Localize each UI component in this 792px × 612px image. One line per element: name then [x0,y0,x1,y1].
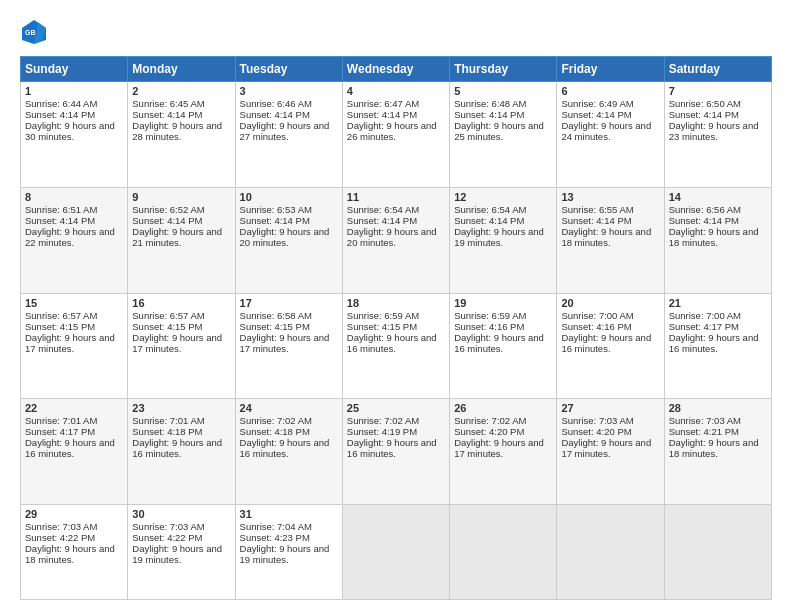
day-number: 19 [454,297,552,309]
calendar-cell: 21Sunrise: 7:00 AMSunset: 4:17 PMDayligh… [664,293,771,399]
calendar-day-header: Thursday [450,57,557,82]
calendar-cell: 13Sunrise: 6:55 AMSunset: 4:14 PMDayligh… [557,187,664,293]
day-number: 26 [454,402,552,414]
calendar-cell: 17Sunrise: 6:58 AMSunset: 4:15 PMDayligh… [235,293,342,399]
day-number: 3 [240,85,338,97]
day-number: 21 [669,297,767,309]
calendar-cell: 6Sunrise: 6:49 AMSunset: 4:14 PMDaylight… [557,82,664,188]
calendar-cell: 31Sunrise: 7:04 AMSunset: 4:23 PMDayligh… [235,505,342,600]
calendar-cell: 20Sunrise: 7:00 AMSunset: 4:16 PMDayligh… [557,293,664,399]
calendar-day-header: Monday [128,57,235,82]
day-number: 5 [454,85,552,97]
calendar-cell [450,505,557,600]
day-number: 20 [561,297,659,309]
calendar-cell: 23Sunrise: 7:01 AMSunset: 4:18 PMDayligh… [128,399,235,505]
calendar-cell: 2Sunrise: 6:45 AMSunset: 4:14 PMDaylight… [128,82,235,188]
day-number: 31 [240,508,338,520]
day-number: 7 [669,85,767,97]
calendar-cell: 30Sunrise: 7:03 AMSunset: 4:22 PMDayligh… [128,505,235,600]
calendar-week-row: 29Sunrise: 7:03 AMSunset: 4:22 PMDayligh… [21,505,772,600]
calendar-cell: 7Sunrise: 6:50 AMSunset: 4:14 PMDaylight… [664,82,771,188]
calendar-day-header: Saturday [664,57,771,82]
calendar-cell: 8Sunrise: 6:51 AMSunset: 4:14 PMDaylight… [21,187,128,293]
calendar-cell: 27Sunrise: 7:03 AMSunset: 4:20 PMDayligh… [557,399,664,505]
calendar-cell: 26Sunrise: 7:02 AMSunset: 4:20 PMDayligh… [450,399,557,505]
day-number: 10 [240,191,338,203]
calendar-cell: 19Sunrise: 6:59 AMSunset: 4:16 PMDayligh… [450,293,557,399]
day-number: 22 [25,402,123,414]
calendar-cell: 11Sunrise: 6:54 AMSunset: 4:14 PMDayligh… [342,187,449,293]
calendar-cell [342,505,449,600]
day-number: 13 [561,191,659,203]
calendar-cell: 10Sunrise: 6:53 AMSunset: 4:14 PMDayligh… [235,187,342,293]
day-number: 16 [132,297,230,309]
calendar-week-row: 1Sunrise: 6:44 AMSunset: 4:14 PMDaylight… [21,82,772,188]
calendar-day-header: Tuesday [235,57,342,82]
day-number: 14 [669,191,767,203]
calendar-cell: 4Sunrise: 6:47 AMSunset: 4:14 PMDaylight… [342,82,449,188]
calendar-cell: 15Sunrise: 6:57 AMSunset: 4:15 PMDayligh… [21,293,128,399]
calendar-week-row: 8Sunrise: 6:51 AMSunset: 4:14 PMDaylight… [21,187,772,293]
day-number: 4 [347,85,445,97]
day-number: 25 [347,402,445,414]
day-number: 18 [347,297,445,309]
calendar-cell: 29Sunrise: 7:03 AMSunset: 4:22 PMDayligh… [21,505,128,600]
day-number: 15 [25,297,123,309]
day-number: 1 [25,85,123,97]
day-number: 12 [454,191,552,203]
calendar-cell: 5Sunrise: 6:48 AMSunset: 4:14 PMDaylight… [450,82,557,188]
calendar-cell: 3Sunrise: 6:46 AMSunset: 4:14 PMDaylight… [235,82,342,188]
day-number: 28 [669,402,767,414]
day-number: 9 [132,191,230,203]
svg-text:GB: GB [25,29,36,36]
calendar-cell [664,505,771,600]
day-number: 8 [25,191,123,203]
day-number: 27 [561,402,659,414]
logo-icon: GB [20,18,48,46]
calendar-cell: 1Sunrise: 6:44 AMSunset: 4:14 PMDaylight… [21,82,128,188]
calendar-day-header: Sunday [21,57,128,82]
logo: GB [20,18,52,46]
day-number: 6 [561,85,659,97]
day-number: 30 [132,508,230,520]
calendar-day-header: Wednesday [342,57,449,82]
calendar-cell: 14Sunrise: 6:56 AMSunset: 4:14 PMDayligh… [664,187,771,293]
calendar-cell: 25Sunrise: 7:02 AMSunset: 4:19 PMDayligh… [342,399,449,505]
day-number: 2 [132,85,230,97]
calendar-cell [557,505,664,600]
calendar-week-row: 22Sunrise: 7:01 AMSunset: 4:17 PMDayligh… [21,399,772,505]
calendar-cell: 28Sunrise: 7:03 AMSunset: 4:21 PMDayligh… [664,399,771,505]
calendar-cell: 18Sunrise: 6:59 AMSunset: 4:15 PMDayligh… [342,293,449,399]
calendar-cell: 22Sunrise: 7:01 AMSunset: 4:17 PMDayligh… [21,399,128,505]
day-number: 11 [347,191,445,203]
calendar-cell: 9Sunrise: 6:52 AMSunset: 4:14 PMDaylight… [128,187,235,293]
day-number: 24 [240,402,338,414]
calendar-table: SundayMondayTuesdayWednesdayThursdayFrid… [20,56,772,600]
day-number: 29 [25,508,123,520]
calendar-header-row: SundayMondayTuesdayWednesdayThursdayFrid… [21,57,772,82]
calendar-cell: 16Sunrise: 6:57 AMSunset: 4:15 PMDayligh… [128,293,235,399]
calendar-week-row: 15Sunrise: 6:57 AMSunset: 4:15 PMDayligh… [21,293,772,399]
calendar-cell: 12Sunrise: 6:54 AMSunset: 4:14 PMDayligh… [450,187,557,293]
calendar-day-header: Friday [557,57,664,82]
page: GB SundayMondayTuesdayWednesdayThursdayF… [0,0,792,612]
day-number: 17 [240,297,338,309]
calendar-cell: 24Sunrise: 7:02 AMSunset: 4:18 PMDayligh… [235,399,342,505]
day-number: 23 [132,402,230,414]
header: GB [20,18,772,46]
